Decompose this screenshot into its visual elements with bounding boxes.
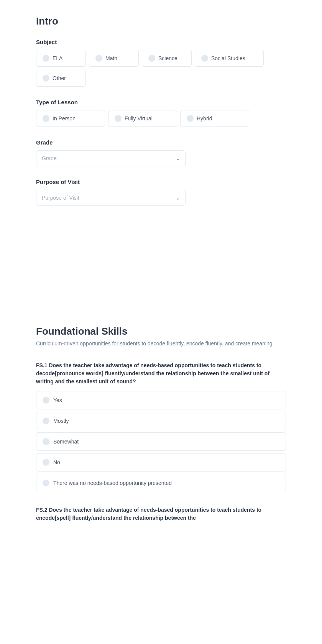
subject-option-social-studies[interactable]: Social Studies [195,50,264,67]
radio-circle-other [43,75,49,82]
lesson-label-hybrid: Hybrid [197,115,212,122]
radio-circle-fs1-no-opportunity [43,480,49,486]
page-container: Intro Subject ELA Math Science Social St… [0,0,322,537]
radio-circle-ela [43,55,49,62]
fs1-label-somewhat: Somewhat [53,439,79,445]
foundational-skills-desc: Curriculum-driven opportunities for stud… [36,340,286,348]
subject-option-ela[interactable]: ELA [36,50,86,67]
purpose-select[interactable]: Purpose of Visit [36,190,186,206]
subject-option-math[interactable]: Math [89,50,139,67]
fs1-answer-somewhat[interactable]: Somewhat [36,432,286,451]
lesson-type-field-group: Type of Lesson In Person Fully Virtual H… [36,99,286,127]
fs2-question-partial: FS.2 Does the teacher take advantage of … [36,506,286,522]
radio-circle-math [95,55,102,62]
lesson-label-in-person: In Person [53,115,76,122]
purpose-select-wrapper: Purpose of Visit ⌄ [36,190,186,206]
lesson-option-fully-virtual[interactable]: Fully Virtual [108,110,177,127]
subject-label-social-studies: Social Studies [211,55,245,61]
subject-field-group: Subject ELA Math Science Social Studies … [36,39,286,87]
grade-select-wrapper: Grade ⌄ [36,150,186,166]
intro-title: Intro [36,15,286,27]
purpose-field-group: Purpose of Visit Purpose of Visit ⌄ [36,179,286,206]
radio-circle-hybrid [187,115,194,122]
fs1-question-block: FS.1 Does the teacher take advantage of … [36,361,286,492]
radio-circle-fs1-somewhat [43,438,49,445]
fs1-answer-no[interactable]: No [36,453,286,472]
lesson-type-label: Type of Lesson [36,99,286,105]
section-spacer [36,218,286,325]
radio-circle-social-studies [201,55,208,62]
subject-options: ELA Math Science Social Studies Other [36,50,286,87]
subject-label-math: Math [105,55,117,61]
radio-circle-fs1-mostly [43,417,49,424]
subject-label: Subject [36,39,286,45]
fs1-answer-mostly[interactable]: Mostly [36,412,286,430]
lesson-option-hybrid[interactable]: Hybrid [180,110,249,127]
fs1-answer-no-opportunity[interactable]: There was no needs-based opportunity pre… [36,474,286,492]
grade-field-group: Grade Grade ⌄ [36,139,286,166]
grade-label: Grade [36,139,286,146]
fs1-label-no-opportunity: There was no needs-based opportunity pre… [53,480,172,486]
radio-circle-fs1-no [43,459,49,466]
fs1-label-yes: Yes [53,397,62,403]
radio-circle-fully-virtual [115,115,122,122]
radio-circle-fs1-yes [43,397,49,404]
subject-label-other: Other [53,75,66,81]
purpose-label: Purpose of Visit [36,179,286,185]
fs1-label-mostly: Mostly [53,418,69,424]
foundational-skills-title: Foundational Skills [36,325,286,337]
lesson-label-fully-virtual: Fully Virtual [125,115,153,122]
lesson-options: In Person Fully Virtual Hybrid [36,110,286,127]
subject-option-science[interactable]: Science [142,50,192,67]
radio-circle-in-person [43,115,49,122]
foundational-skills-section: Foundational Skills Curriculum-driven op… [36,325,286,522]
subject-label-science: Science [158,55,177,61]
subject-label-ela: ELA [53,55,62,61]
fs1-label-no: No [53,459,60,465]
subject-option-other[interactable]: Other [36,70,86,87]
grade-select[interactable]: Grade [36,150,186,166]
lesson-option-in-person[interactable]: In Person [36,110,105,127]
fs1-question-text: FS.1 Does the teacher take advantage of … [36,361,286,386]
radio-circle-science [148,55,155,62]
fs1-answer-yes[interactable]: Yes [36,391,286,409]
